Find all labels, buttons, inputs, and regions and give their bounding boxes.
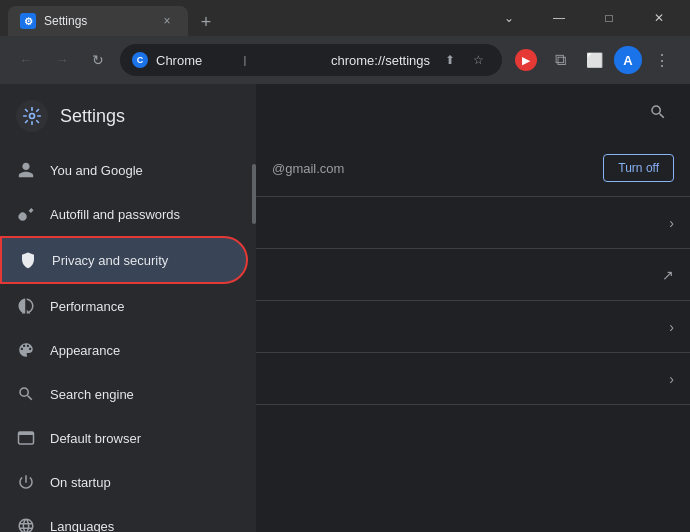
sidebar-item-performance-label: Performance — [50, 299, 124, 314]
chevron-right-icon: › — [669, 371, 674, 387]
main-content: Settings You and Google Autofill and pas… — [0, 84, 690, 532]
row-action-4: › — [669, 319, 674, 335]
sidebar-item-languages[interactable]: Languages — [0, 504, 248, 532]
sidebar-item-on-startup[interactable]: On startup — [0, 460, 248, 504]
key-icon — [16, 204, 36, 224]
globe-icon — [16, 516, 36, 532]
browser-icon — [16, 428, 36, 448]
tab-close-button[interactable]: × — [158, 12, 176, 30]
table-row[interactable]: › — [256, 301, 690, 353]
settings-tab[interactable]: ⚙ Settings × — [8, 6, 188, 36]
sidebar-item-appearance-label: Appearance — [50, 343, 120, 358]
toolbar-right: ▶ ⧉ ⬜ A ⋮ — [510, 44, 678, 76]
performance-icon — [16, 296, 36, 316]
sidebar-item-autofill-label: Autofill and passwords — [50, 207, 180, 222]
chevron-down-icon[interactable]: ⌄ — [486, 0, 532, 36]
table-row: @gmail.com Turn off — [256, 140, 690, 197]
scrollbar[interactable] — [252, 164, 256, 224]
svg-point-0 — [30, 114, 35, 119]
chrome-menu-button[interactable]: ⋮ — [646, 44, 678, 76]
sidebar-item-default-browser-label: Default browser — [50, 431, 141, 446]
content-search-button[interactable] — [642, 96, 674, 128]
row-email-text: @gmail.com — [272, 161, 603, 176]
sidebar-item-you-and-google-label: You and Google — [50, 163, 143, 178]
cast-button[interactable]: ⬜ — [578, 44, 610, 76]
omnibox[interactable]: C Chrome | chrome://settings ⬆ ☆ — [120, 44, 502, 76]
ext-red-icon: ▶ — [515, 49, 537, 71]
turn-off-button[interactable]: Turn off — [603, 154, 674, 182]
window-controls: ⌄ — □ ✕ — [486, 0, 682, 36]
forward-button[interactable]: → — [48, 46, 76, 74]
sidebar-item-autofill[interactable]: Autofill and passwords — [0, 192, 248, 236]
back-button[interactable]: ← — [12, 46, 40, 74]
content-area: @gmail.com Turn off › ↗ — [256, 84, 690, 532]
sidebar-item-privacy-security[interactable]: Privacy and security — [0, 236, 248, 284]
sidebar-item-languages-label: Languages — [50, 519, 114, 533]
sidebar-item-search-engine[interactable]: Search engine — [0, 372, 248, 416]
sidebar-item-appearance[interactable]: Appearance — [0, 328, 248, 372]
ext-puzzle-button[interactable]: ⧉ — [544, 44, 576, 76]
svg-rect-2 — [19, 432, 34, 435]
close-button[interactable]: ✕ — [636, 0, 682, 36]
external-link-icon: ↗ — [662, 267, 674, 283]
person-icon — [16, 160, 36, 180]
row-action-3: ↗ — [662, 267, 674, 283]
settings-logo — [16, 100, 48, 132]
sidebar-item-performance[interactable]: Performance — [0, 284, 248, 328]
sidebar-item-search-engine-label: Search engine — [50, 387, 134, 402]
shield-icon — [18, 250, 38, 270]
new-tab-button[interactable]: + — [192, 8, 220, 36]
title-bar: ⚙ Settings × + ⌄ — □ ✕ — [0, 0, 690, 36]
power-icon — [16, 472, 36, 492]
omnibox-actions: ⬆ ☆ — [438, 48, 490, 72]
chevron-right-icon: › — [669, 215, 674, 231]
content-rows: @gmail.com Turn off › ↗ — [256, 140, 690, 532]
cast-icon: ⬜ — [586, 52, 603, 68]
bookmark-icon[interactable]: ☆ — [466, 48, 490, 72]
omnibox-separator: | — [244, 54, 320, 66]
address-bar: ← → ↻ C Chrome | chrome://settings ⬆ ☆ ▶… — [0, 36, 690, 84]
avatar: A — [614, 46, 642, 74]
sidebar: Settings You and Google Autofill and pas… — [0, 84, 256, 532]
settings-header: Settings — [0, 84, 256, 148]
tab-favicon: ⚙ — [20, 13, 36, 29]
sidebar-item-you-and-google[interactable]: You and Google — [0, 148, 248, 192]
ext-red-button[interactable]: ▶ — [510, 44, 542, 76]
extensions-icon: ⧉ — [555, 51, 566, 69]
table-row[interactable]: › — [256, 197, 690, 249]
sidebar-item-default-browser[interactable]: Default browser — [0, 416, 248, 460]
tab-title: Settings — [44, 14, 150, 28]
site-favicon: C — [132, 52, 148, 68]
avatar-button[interactable]: A — [612, 44, 644, 76]
maximize-button[interactable]: □ — [586, 0, 632, 36]
search-icon — [16, 384, 36, 404]
sidebar-item-on-startup-label: On startup — [50, 475, 111, 490]
share-icon[interactable]: ⬆ — [438, 48, 462, 72]
row-action-2: › — [669, 215, 674, 231]
content-toolbar — [256, 84, 690, 140]
table-row[interactable]: › — [256, 353, 690, 405]
minimize-button[interactable]: — — [536, 0, 582, 36]
tab-bar: ⚙ Settings × + — [8, 0, 478, 36]
table-row[interactable]: ↗ — [256, 249, 690, 301]
sidebar-nav: You and Google Autofill and passwords Pr… — [0, 148, 256, 532]
omnibox-site-label: Chrome — [156, 53, 232, 68]
chevron-right-icon: › — [669, 319, 674, 335]
row-action-5: › — [669, 371, 674, 387]
row-action: Turn off — [603, 154, 674, 182]
omnibox-url: chrome://settings — [331, 53, 430, 68]
reload-button[interactable]: ↻ — [84, 46, 112, 74]
sidebar-title: Settings — [60, 106, 125, 127]
palette-icon — [16, 340, 36, 360]
sidebar-item-privacy-security-label: Privacy and security — [52, 253, 168, 268]
